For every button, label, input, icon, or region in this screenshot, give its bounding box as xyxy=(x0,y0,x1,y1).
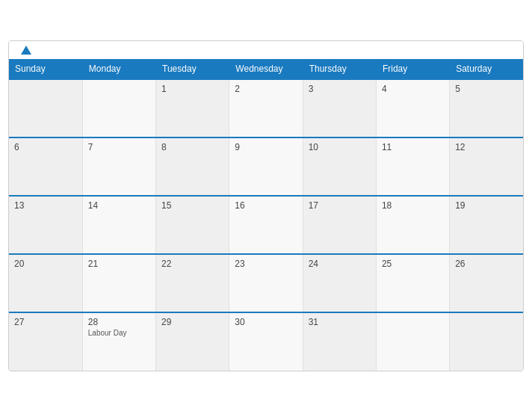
week-row-0: 12345 xyxy=(9,79,523,137)
calendar-header xyxy=(9,41,523,59)
calendar-cell: 27 xyxy=(9,312,82,371)
day-number: 9 xyxy=(235,142,297,152)
day-number: 12 xyxy=(455,142,518,152)
holiday-label: Labour Day xyxy=(88,329,150,337)
calendar-cell: 16 xyxy=(229,196,303,254)
calendar-cell xyxy=(376,312,449,371)
calendar-cell: 30 xyxy=(229,312,303,371)
calendar-cell: 11 xyxy=(376,137,449,196)
day-number: 26 xyxy=(455,259,518,269)
calendar-cell: 4 xyxy=(376,79,449,137)
day-number: 6 xyxy=(14,142,77,152)
weekday-header-row: SundayMondayTuesdayWednesdayThursdayFrid… xyxy=(9,59,523,79)
weekday-header-wednesday: Wednesday xyxy=(229,59,303,79)
calendar-cell xyxy=(450,312,523,371)
day-number: 5 xyxy=(455,84,518,94)
calendar-cell: 22 xyxy=(156,254,229,312)
day-number: 21 xyxy=(88,259,150,269)
day-number: 23 xyxy=(235,259,297,269)
day-number: 24 xyxy=(309,259,371,269)
day-number: 29 xyxy=(161,317,223,327)
calendar-cell: 9 xyxy=(229,137,303,196)
weekday-header-friday: Friday xyxy=(376,59,449,79)
calendar-cell: 13 xyxy=(9,196,82,254)
weekday-header-thursday: Thursday xyxy=(303,59,376,79)
week-row-4: 2728Labour Day293031 xyxy=(9,312,523,371)
day-number: 28 xyxy=(88,317,150,327)
day-number: 31 xyxy=(309,317,371,327)
calendar-cell: 18 xyxy=(376,196,449,254)
day-number: 18 xyxy=(382,200,444,211)
week-row-1: 6789101112 xyxy=(9,137,523,196)
logo-blue-text xyxy=(21,46,33,55)
weekday-header-saturday: Saturday xyxy=(450,59,523,79)
calendar-cell: 23 xyxy=(229,254,303,312)
day-number: 4 xyxy=(382,84,444,94)
day-number: 25 xyxy=(382,259,444,269)
day-number: 14 xyxy=(88,200,150,211)
day-number: 19 xyxy=(455,200,518,211)
weekday-header-sunday: Sunday xyxy=(9,59,82,79)
day-number: 2 xyxy=(235,84,297,94)
weekday-header-tuesday: Tuesday xyxy=(156,59,229,79)
calendar-cell: 31 xyxy=(303,312,376,371)
day-number: 30 xyxy=(235,317,297,327)
day-number: 10 xyxy=(309,142,371,152)
day-number: 22 xyxy=(161,259,223,269)
calendar-cell: 5 xyxy=(450,79,523,137)
calendar-cell xyxy=(82,79,155,137)
calendar-grid: SundayMondayTuesdayWednesdayThursdayFrid… xyxy=(9,59,523,371)
calendar-cell: 7 xyxy=(82,137,155,196)
calendar-cell: 12 xyxy=(450,137,523,196)
calendar-cell: 19 xyxy=(450,196,523,254)
calendar-cell: 6 xyxy=(9,137,82,196)
day-number: 3 xyxy=(309,84,371,94)
logo-triangle-icon xyxy=(21,46,31,55)
day-number: 27 xyxy=(14,317,77,327)
calendar-cell: 20 xyxy=(9,254,82,312)
calendar-cell: 28Labour Day xyxy=(82,312,155,371)
day-number: 20 xyxy=(14,259,77,269)
calendar-container: SundayMondayTuesdayWednesdayThursdayFrid… xyxy=(8,40,524,371)
day-number: 13 xyxy=(14,200,77,211)
calendar-cell: 24 xyxy=(303,254,376,312)
calendar-cell: 15 xyxy=(156,196,229,254)
week-row-3: 20212223242526 xyxy=(9,254,523,312)
day-number: 7 xyxy=(88,142,150,152)
calendar-cell: 17 xyxy=(303,196,376,254)
day-number: 17 xyxy=(309,200,371,211)
day-number: 15 xyxy=(161,200,223,211)
weekday-header-monday: Monday xyxy=(82,59,155,79)
week-row-2: 13141516171819 xyxy=(9,196,523,254)
calendar-cell: 21 xyxy=(82,254,155,312)
calendar-cell xyxy=(9,79,82,137)
calendar-cell: 14 xyxy=(82,196,155,254)
day-number: 8 xyxy=(161,142,223,152)
calendar-cell: 8 xyxy=(156,137,229,196)
day-number: 16 xyxy=(235,200,297,211)
calendar-cell: 25 xyxy=(376,254,449,312)
day-number: 1 xyxy=(161,84,223,94)
calendar-cell: 1 xyxy=(156,79,229,137)
day-number: 11 xyxy=(382,142,444,152)
calendar-cell: 26 xyxy=(450,254,523,312)
calendar-cell: 29 xyxy=(156,312,229,371)
calendar-cell: 3 xyxy=(303,79,376,137)
calendar-cell: 10 xyxy=(303,137,376,196)
calendar-cell: 2 xyxy=(229,79,303,137)
logo xyxy=(21,46,33,55)
